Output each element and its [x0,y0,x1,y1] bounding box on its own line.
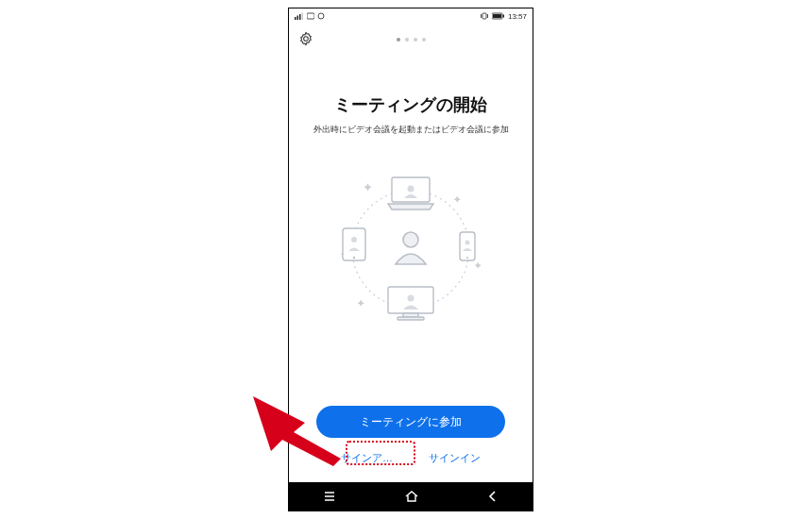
svg-rect-2 [299,14,301,20]
svg-point-16 [353,257,355,259]
sign-in-link[interactable]: サインイン [429,451,481,465]
page-dot [414,38,417,42]
nav-menu-button[interactable] [322,489,337,504]
svg-point-24 [408,295,414,302]
sign-up-link[interactable]: サインア… [341,451,393,465]
svg-point-5 [318,13,324,19]
svg-rect-15 [343,228,365,260]
phone-frame: 13:57 ミーティングの開始 外出時にビデオ会議を起動またはビデオ会議に参加 [288,8,533,511]
nav-back-button[interactable] [486,490,499,503]
page-dot [397,38,400,42]
svg-point-19 [466,257,468,259]
join-meeting-button[interactable]: ミーティングに参加 [316,406,505,438]
page-subtitle: 外出時にビデオ会議を起動またはビデオ会議に参加 [300,124,521,136]
svg-rect-0 [295,17,296,20]
auth-links: サインア… サインイン [289,451,533,465]
top-controls [289,24,533,56]
settings-button[interactable] [298,31,313,46]
status-time: 13:57 [508,12,527,21]
svg-rect-3 [302,13,304,21]
svg-rect-23 [398,317,424,320]
svg-point-14 [408,186,414,193]
svg-rect-6 [482,13,486,19]
back-icon [486,490,499,503]
status-left [295,12,325,20]
svg-point-20 [465,241,470,245]
svg-point-17 [351,237,357,243]
nav-home-button[interactable] [404,489,419,504]
svg-rect-1 [297,16,299,21]
actions: ミーティングに参加 サインア… サインイン [289,406,533,465]
home-icon [404,489,419,504]
hero: ミーティングの開始 外出時にビデオ会議を起動またはビデオ会議に参加 [289,93,533,330]
vibrate-icon [480,12,489,20]
android-nav-bar [289,482,533,511]
status-icon [307,12,314,20]
hero-illustration [326,160,496,330]
page-indicator [397,38,426,42]
page-dot [405,38,409,42]
svg-rect-11 [493,14,501,18]
svg-point-25 [403,232,418,247]
gear-icon [298,31,313,46]
signal-icon [295,12,304,20]
svg-rect-18 [460,232,475,260]
status-icon [317,12,325,20]
menu-icon [322,489,337,504]
battery-icon [492,12,505,20]
page-title: ミーティングの開始 [300,93,521,116]
svg-rect-4 [307,13,314,19]
page-dot [422,38,426,42]
status-bar: 13:57 [289,8,533,24]
status-right: 13:57 [480,12,527,21]
svg-rect-10 [502,15,504,18]
